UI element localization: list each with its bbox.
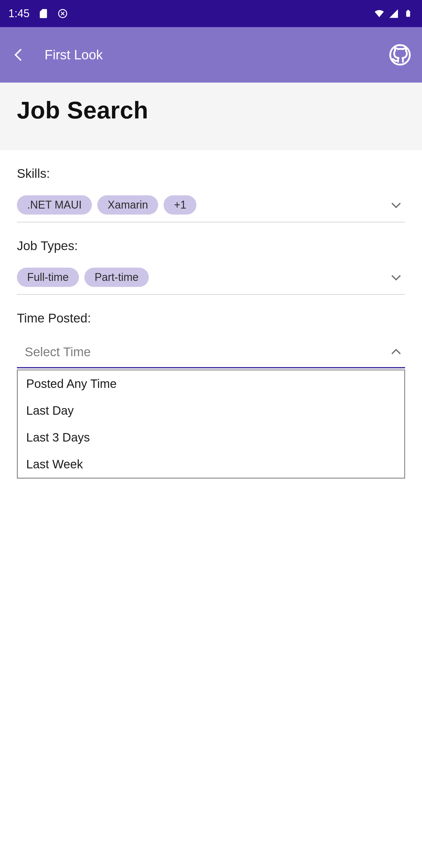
skills-label: Skills: — [17, 166, 405, 181]
jobtypes-label: Job Types: — [17, 239, 405, 253]
skill-chip[interactable]: Xamarin — [97, 195, 158, 215]
chevron-down-icon — [389, 198, 403, 212]
skill-chip[interactable]: .NET MAUI — [17, 195, 92, 215]
github-icon — [388, 43, 412, 67]
content: Skills: .NET MAUI Xamarin +1 Job Types: … — [0, 150, 422, 478]
status-left: 1:45 — [8, 7, 68, 20]
debug-icon — [57, 8, 68, 19]
sd-card-icon — [38, 8, 49, 19]
back-button[interactable] — [8, 44, 30, 65]
cell-signal-icon — [388, 8, 399, 19]
timeposted-dropdown: Posted Any Time Last Day Last 3 Days Las… — [17, 370, 405, 478]
skills-chips: .NET MAUI Xamarin +1 — [17, 195, 382, 215]
status-time: 1:45 — [8, 7, 30, 20]
status-bar: 1:45 — [0, 0, 422, 27]
svg-rect-1 — [406, 11, 410, 17]
skill-chip-overflow[interactable]: +1 — [164, 195, 196, 215]
timeposted-option[interactable]: Last 3 Days — [18, 424, 404, 451]
jobtypes-chips: Full-time Part-time — [17, 268, 382, 287]
timeposted-option[interactable]: Last Day — [18, 397, 404, 424]
timeposted-placeholder: Select Time — [17, 345, 387, 359]
timeposted-option[interactable]: Last Week — [18, 451, 404, 478]
page-header: Job Search — [0, 83, 422, 150]
jobtypes-expand-button[interactable] — [387, 268, 405, 286]
page-title: Job Search — [17, 96, 405, 124]
status-right — [374, 8, 414, 19]
timeposted-collapse-button[interactable] — [387, 343, 405, 361]
timeposted-label: Time Posted: — [17, 311, 405, 326]
skills-expand-button[interactable] — [387, 196, 405, 214]
appbar-title: First Look — [44, 47, 386, 62]
github-button[interactable] — [386, 41, 414, 68]
skills-chip-row[interactable]: .NET MAUI Xamarin +1 — [17, 195, 405, 222]
jobtype-chip[interactable]: Part-time — [84, 268, 149, 287]
skills-field: Skills: .NET MAUI Xamarin +1 — [17, 150, 405, 222]
app-bar: First Look — [0, 27, 422, 83]
wifi-icon — [374, 8, 385, 19]
jobtypes-field: Job Types: Full-time Part-time — [17, 222, 405, 295]
chevron-up-icon — [389, 345, 403, 359]
battery-icon — [403, 8, 414, 19]
jobtype-chip[interactable]: Full-time — [17, 268, 79, 287]
jobtypes-chip-row[interactable]: Full-time Part-time — [17, 268, 405, 295]
timeposted-select[interactable]: Select Time — [17, 340, 405, 368]
chevron-down-icon — [389, 270, 403, 284]
timeposted-field: Time Posted: Select Time Posted Any Time… — [17, 295, 405, 478]
svg-rect-2 — [407, 10, 409, 11]
chevron-left-icon — [10, 46, 27, 63]
timeposted-option[interactable]: Posted Any Time — [18, 370, 404, 397]
